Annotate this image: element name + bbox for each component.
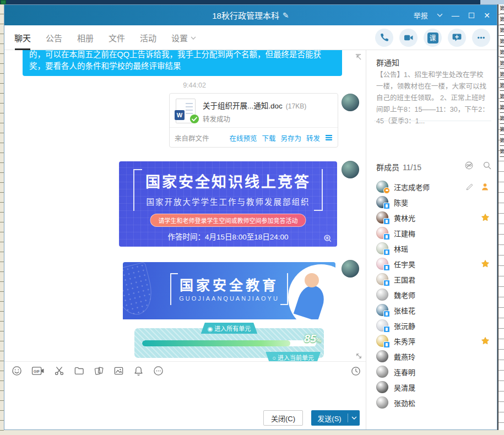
window-titlebar: 18秋行政管理本科 ✎ 举报 — ☐ ✕ xyxy=(4,5,497,25)
member-row[interactable]: 张桂花 xyxy=(366,302,497,318)
file-size: (17KB) xyxy=(286,102,306,110)
bell-icon[interactable] xyxy=(133,366,144,376)
progress-percent: 85% xyxy=(304,333,321,345)
member-avatar xyxy=(376,366,388,378)
tab-相册[interactable]: 相册 xyxy=(77,25,94,50)
file-name: 关于组织开展...通知.doc(17KB) xyxy=(203,100,306,111)
phone-call-icon[interactable] xyxy=(375,29,393,47)
tab-设置[interactable]: 设置 xyxy=(171,25,196,50)
file-card-footer: 来自群文件 在线预览 下载 另存为 转发 xyxy=(170,128,338,148)
progress-track xyxy=(142,340,316,346)
education-banner-subtitle: GUOJIAANQUANJIAOYU xyxy=(123,295,335,302)
close-chat-button[interactable]: 关闭(C) xyxy=(263,410,303,426)
screenshot-icon[interactable] xyxy=(54,366,64,376)
member-row[interactable]: 连春明 xyxy=(366,364,497,379)
member-name: 张沅静 xyxy=(394,320,415,331)
sender-avatar[interactable] xyxy=(342,260,359,278)
file-action-forward[interactable]: 转发 xyxy=(306,133,320,143)
file-action-preview[interactable]: 在线预览 xyxy=(229,133,257,143)
member-row[interactable]: 任宇昊 xyxy=(366,256,497,271)
group-notice-title[interactable]: 群通知 xyxy=(376,57,399,68)
member-row[interactable]: 黄林光 xyxy=(366,210,497,225)
member-row[interactable]: 林瑶 xyxy=(366,241,497,256)
file-action-saveas[interactable]: 另存为 xyxy=(280,133,301,143)
background-window-left-edge xyxy=(0,4,4,435)
close-button[interactable]: ✕ xyxy=(484,12,490,19)
member-avatar xyxy=(376,258,388,270)
member-row[interactable]: 张劲松 xyxy=(366,395,497,410)
send-options-chevron-icon[interactable] xyxy=(348,416,360,420)
group-sidebar: 群通知 【公告】1、招生和学生处改在学校一楼，领教材也在一楼，大家可以找自己的班… xyxy=(366,50,497,429)
enter-current-unit-tag: ○ 进入当前单元 xyxy=(265,352,321,361)
member-row[interactable]: 戴燕玲 xyxy=(366,349,497,364)
tab-文件[interactable]: 文件 xyxy=(109,25,125,50)
teacher-person-icon[interactable] xyxy=(480,182,490,192)
collapse-topright-icon[interactable] xyxy=(355,53,362,61)
active-star-icon xyxy=(481,213,490,222)
file-action-download[interactable]: 下载 xyxy=(262,133,275,143)
tab-label: 活动 xyxy=(140,32,156,44)
maximize-button[interactable]: ☐ xyxy=(468,12,475,19)
member-row[interactable]: 张沅静 xyxy=(366,318,497,333)
gif-icon[interactable]: GIF xyxy=(31,366,45,376)
member-row[interactable]: 朱秀萍 xyxy=(366,333,497,349)
search-icon[interactable] xyxy=(483,161,492,170)
video-call-icon xyxy=(403,32,414,43)
minimize-button[interactable]: — xyxy=(452,12,459,19)
collapse-bottomright-icon[interactable] xyxy=(355,352,362,360)
image-icon[interactable] xyxy=(113,366,124,376)
video-call-icon[interactable] xyxy=(399,29,418,47)
window-title: 18秋行政管理本科 xyxy=(212,9,279,21)
member-name: 江建梅 xyxy=(394,228,415,238)
class-icon[interactable]: 课 xyxy=(424,29,442,47)
message-scroll-area[interactable]: 的，可以在本周五之前在QQ上告诉给我，我手上分配到两个名额，但最终是否能获奖，要… xyxy=(4,50,366,361)
member-name: 汪志成老师 xyxy=(394,182,430,192)
member-name: 黄林光 xyxy=(394,213,415,223)
titlebar-chevron-icon[interactable] xyxy=(437,13,443,17)
quiz-banner-subtitle: 国家开放大学学生工作与教师发展部组织 xyxy=(119,195,337,207)
members-title: 群成员 xyxy=(376,163,399,172)
more-actions-icon[interactable] xyxy=(472,29,490,47)
member-avatar xyxy=(376,319,388,331)
file-message-card[interactable]: W 关于组织开展...通知.doc(17KB) 转发成功 来自群文件 在线预览 … xyxy=(169,93,338,148)
tab-聊天[interactable]: 聊天 xyxy=(14,25,31,50)
emoji-icon[interactable] xyxy=(12,366,22,376)
more-tools-icon[interactable] xyxy=(153,366,164,376)
member-name: 王国君 xyxy=(394,274,415,285)
tab-label: 公告 xyxy=(46,32,62,44)
active-star-icon xyxy=(481,259,490,268)
edit-card-icon[interactable] xyxy=(465,183,474,191)
tab-公告[interactable]: 公告 xyxy=(46,25,62,50)
member-name: 吴清晟 xyxy=(394,382,415,393)
member-row[interactable]: 魏老师 xyxy=(366,287,497,302)
member-row[interactable]: 陈斐 xyxy=(366,194,497,210)
member-row[interactable]: 江建梅 xyxy=(366,225,497,241)
member-avatar xyxy=(376,211,388,224)
send-button[interactable]: 发送(S) xyxy=(311,410,360,426)
folder-icon[interactable] xyxy=(74,366,84,376)
file-menu-icon[interactable] xyxy=(325,134,333,141)
tab-活动[interactable]: 活动 xyxy=(140,25,156,50)
member-row[interactable]: 汪志成老师 xyxy=(366,179,497,194)
anonymous-icon[interactable] xyxy=(464,161,474,170)
mobile-online-badge-icon xyxy=(383,249,390,255)
sidebar-divider xyxy=(374,121,491,121)
enter-all-units-tag: ◉ 进入所有单元 xyxy=(201,323,258,334)
quiz-banner-image[interactable]: 国家安全知识线上竞答 国家开放大学学生工作与教师发展部组织 请学生和老师登录学生… xyxy=(119,161,337,247)
member-row[interactable]: 王国君 xyxy=(366,271,497,287)
sender-avatar[interactable] xyxy=(342,94,359,111)
member-name: 朱秀萍 xyxy=(394,336,415,346)
magnifier-plus-icon[interactable] xyxy=(323,233,333,243)
send-button-label: 发送(S) xyxy=(311,413,348,423)
member-row[interactable]: 吴清晟 xyxy=(366,379,497,395)
edit-group-name-icon[interactable]: ✎ xyxy=(283,11,289,20)
member-name: 任宇昊 xyxy=(394,259,415,269)
sender-avatar[interactable] xyxy=(342,161,359,178)
file-actions: 在线预览 下载 另存为 转发 xyxy=(229,133,333,143)
report-button[interactable]: 举报 xyxy=(414,10,428,20)
education-banner-image[interactable]: 国家安全教育 GUOJIAANQUANJIAOYU ◉ 进入所有单元 85% ○… xyxy=(123,262,335,361)
shake-window-icon[interactable] xyxy=(94,366,104,376)
group-notice-body[interactable]: 【公告】1、招生和学生处改在学校一楼，领教材也在一楼，大家可以找自己的班主任领取… xyxy=(376,69,490,127)
add-app-icon[interactable] xyxy=(448,29,466,47)
message-history-icon[interactable] xyxy=(351,366,361,376)
